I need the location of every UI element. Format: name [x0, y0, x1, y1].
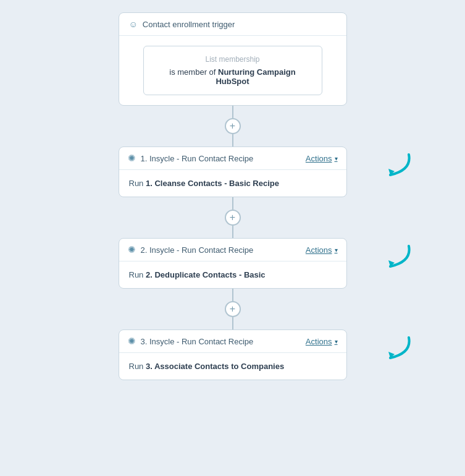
body-pre-2: Run [129, 270, 146, 279]
action-card-2: ✺ 2. Insycle - Run Contact Recipe Action… [119, 238, 347, 289]
connector-line [232, 134, 233, 147]
hexagon-icon-3: ✺ [128, 336, 136, 347]
body-bold-2: 2. Deduplicate Contacts - Basic [146, 270, 266, 279]
action-body-2: Run 2. Deduplicate Contacts - Basic [119, 261, 346, 288]
plus-button-3[interactable]: + [225, 301, 241, 317]
actions-label-1: Actions [306, 154, 332, 163]
body-bold-1: 1. Cleanse Contacts - Basic Recipe [146, 179, 279, 188]
action-header-left-1: ✺ 1. Insycle - Run Contact Recipe [128, 153, 254, 164]
list-membership-box: List membership is member of Nurturing C… [143, 46, 322, 95]
actions-button-1[interactable]: Actions ▾ [306, 154, 338, 163]
connector-3: + [225, 289, 241, 329]
action-card-3: ✺ 3. Insycle - Run Contact Recipe Action… [119, 329, 347, 380]
action-header-2: ✺ 2. Insycle - Run Contact Recipe Action… [119, 239, 346, 261]
person-icon: ☺ [129, 19, 138, 29]
connector-line-2a [232, 197, 233, 210]
action-card-1: ✺ 1. Insycle - Run Contact Recipe Action… [119, 147, 347, 197]
list-text-bold: Nurturing Campaign HubSpot [216, 67, 295, 86]
action-body-3: Run 3. Associate Contacts to Companies [119, 353, 346, 380]
body-bold-3: 3. Associate Contacts to Companies [146, 362, 284, 371]
action-header-left-3: ✺ 3. Insycle - Run Contact Recipe [128, 336, 254, 347]
connector-2: + [225, 197, 241, 238]
connector-line [232, 106, 233, 118]
hexagon-icon-1: ✺ [128, 153, 136, 164]
list-text-pre: is member of [169, 67, 218, 77]
list-membership-text: is member of Nurturing Campaign HubSpot [162, 67, 303, 86]
caret-icon-1: ▾ [335, 155, 338, 162]
caret-icon-3: ▾ [335, 338, 338, 345]
arrow-3 [356, 334, 412, 371]
plus-button-1[interactable]: + [225, 118, 241, 134]
actions-button-2[interactable]: Actions ▾ [306, 245, 338, 255]
step-1-title: 1. Insycle - Run Contact Recipe [141, 154, 254, 163]
actions-label-2: Actions [306, 245, 332, 255]
body-pre-3: Run [129, 362, 146, 371]
workflow-canvas: ☺ Contact enrollment trigger List member… [0, 0, 465, 393]
connector-line-2b [232, 226, 233, 238]
step-2-title: 2. Insycle - Run Contact Recipe [141, 245, 254, 255]
caret-icon-2: ▾ [335, 247, 338, 253]
step-3-title: 3. Insycle - Run Contact Recipe [141, 337, 254, 346]
arrow-1 [356, 151, 412, 188]
connector-line-3b [232, 317, 233, 329]
trigger-header: ☺ Contact enrollment trigger [119, 13, 346, 36]
connector-1: + [225, 106, 241, 147]
hexagon-icon-2: ✺ [128, 244, 136, 255]
actions-button-3[interactable]: Actions ▾ [306, 337, 338, 346]
plus-button-2[interactable]: + [225, 210, 241, 226]
action-header-left-2: ✺ 2. Insycle - Run Contact Recipe [128, 244, 254, 255]
body-pre-1: Run [129, 179, 146, 188]
list-membership-label: List membership [162, 55, 303, 64]
action-header-3: ✺ 3. Insycle - Run Contact Recipe Action… [119, 330, 346, 353]
arrow-2 [356, 243, 412, 279]
action-header-1: ✺ 1. Insycle - Run Contact Recipe Action… [119, 147, 346, 170]
actions-label-3: Actions [306, 337, 332, 346]
trigger-title: Contact enrollment trigger [143, 20, 235, 29]
connector-line-3a [232, 289, 233, 301]
trigger-body: List membership is member of Nurturing C… [119, 36, 346, 105]
action-body-1: Run 1. Cleanse Contacts - Basic Recipe [119, 170, 346, 197]
trigger-card: ☺ Contact enrollment trigger List member… [119, 12, 347, 106]
